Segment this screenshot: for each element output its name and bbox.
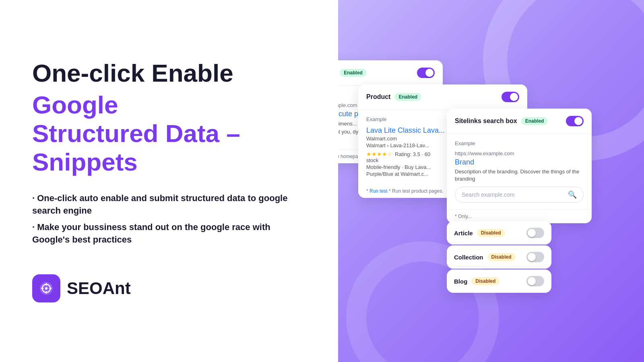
brand-desc: Description of the branding. Discover th… [455,168,584,183]
sitelinks-search-row[interactable]: Search example.com 🔍 [455,187,584,203]
collection-toggle[interactable] [526,252,544,262]
headline-line4: Snippets [32,148,306,176]
svg-point-2 [45,287,47,290]
collection-title: Collection [454,254,483,261]
sitelinks-title: Sitelinks search box [455,117,517,125]
breadcrumb-header: Breadcrumb Enabled [338,60,443,86]
sitelinks-card: Sitelinks search box Enabled Example htt… [447,109,592,223]
bullet-list: · One-click auto enable and submit struc… [32,192,306,250]
blog-title: Blog [454,278,467,285]
bullet-item-2: · Make your bussiness stand out on the g… [32,221,306,246]
product-badge: Enabled [394,93,421,101]
blog-card: Blog Disabled [447,269,551,293]
sitelinks-body: Example https://www.example.com Brand De… [447,134,592,209]
run-test-link[interactable]: Run test [369,188,388,194]
article-badge: Disabled [477,229,505,237]
logo-text: SEOAnt [67,279,131,298]
product-title: Product [366,93,390,101]
collection-card: Collection Disabled [447,245,551,269]
breadcrumb-badge: Enabled [340,69,367,77]
sitelinks-example-label: Example [455,140,584,146]
left-panel: One-click Enable Google Structured Data … [0,0,338,362]
search-icon: 🔍 [568,190,577,199]
blog-badge: Disabled [471,277,500,285]
sitelinks-url: https://www.example.com [455,150,584,156]
sitelinks-search-input: Search example.com [462,191,568,198]
sitelinks-toggle[interactable] [566,116,584,126]
article-title: Article [454,230,473,237]
sitelinks-badge: Enabled [521,117,548,125]
brand-link: Brand [455,158,584,167]
collection-badge: Disabled [487,253,516,261]
logo-row: SEOAnt [32,274,306,302]
breadcrumb-toggle[interactable] [417,68,435,78]
headline-line3: Structured Data – [32,119,306,148]
right-panel: Breadcrumb Enabled Example https://www.e… [338,0,644,362]
product-header: Product Enabled [358,84,527,110]
product-toggle[interactable] [502,92,519,102]
article-card: Article Disabled [447,221,551,245]
bullet-item-1: · One-click auto enable and submit struc… [32,192,306,217]
product-stars: ★★★★☆ [366,151,392,157]
logo-icon [32,274,60,302]
blog-toggle[interactable] [526,276,544,286]
article-toggle[interactable] [526,228,544,238]
product-rating: Rating: 3.5 · 60 [395,151,430,157]
headline-line1: One-click Enable [32,60,306,87]
headline-line2: Google [32,90,306,119]
sitelinks-header: Sitelinks search box Enabled [447,109,592,134]
